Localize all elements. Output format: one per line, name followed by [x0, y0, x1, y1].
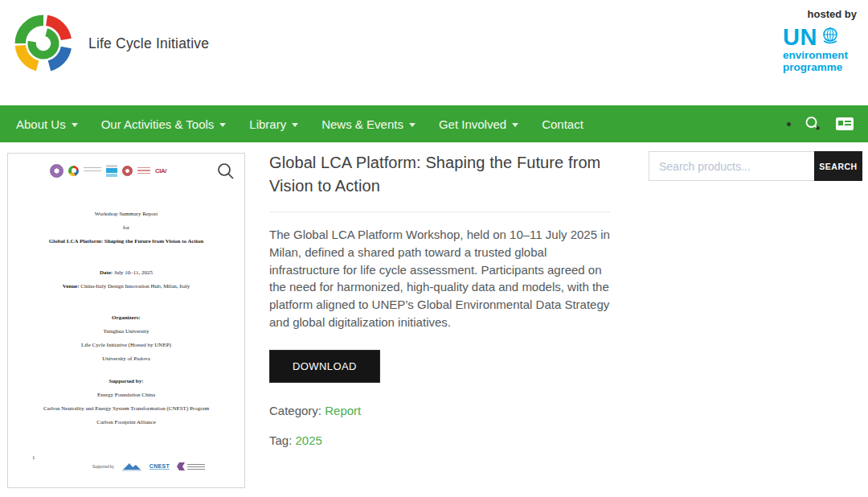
report-cover-preview[interactable]: C​IA/ Workshop Summary Report for Global…	[7, 153, 245, 488]
energy-foundation-china-logo-icon	[121, 462, 142, 471]
report-page-number: 1	[32, 454, 35, 461]
partner-wordmark-icon: C​IA/	[155, 167, 166, 175]
product-search: SEARCH	[649, 151, 862, 181]
tag-link[interactable]: 2025	[296, 433, 322, 447]
chevron-down-icon	[219, 123, 226, 127]
product-description: The Global LCA Platform Workshop, held o…	[269, 226, 610, 331]
report-cover-text: Workshop Summary Report for Global LCA P…	[18, 211, 235, 433]
report-main-title: Global LCA Platform: Shaping the Future …	[18, 238, 235, 244]
report-organizer: University of Padova	[18, 355, 235, 362]
report-supporter: Energy Foundation China	[18, 392, 235, 398]
title-divider	[269, 212, 610, 212]
un-wordmark: UN	[783, 26, 817, 49]
report-title-line: Workshop Summary Report	[18, 211, 235, 217]
lci-swirl-icon	[10, 14, 77, 73]
tsinghua-seal-icon	[50, 164, 63, 178]
search-products-input[interactable]	[649, 151, 814, 181]
nav-item-library[interactable]: Library	[249, 117, 298, 131]
cnest-logo: CNEST	[149, 463, 170, 470]
report-supporter: Carbon Footprint Alliance	[18, 419, 235, 425]
hosted-by-label: hosted by	[783, 8, 857, 20]
chevron-down-icon	[409, 123, 416, 127]
tag-label: Tag:	[269, 433, 292, 447]
report-header-logos: C​IA/	[50, 162, 166, 179]
nav-icons	[787, 114, 868, 133]
nav-item-news-events[interactable]: News & Events	[321, 117, 416, 131]
main-navigation: About Us Our Activities & Tools Library …	[0, 105, 868, 142]
report-supporter: Carbon Neutrality and Energy System Tran…	[18, 405, 235, 412]
un-programme-label: programme	[783, 61, 857, 73]
nav-label: Library	[249, 117, 286, 131]
nav-item-activities-tools[interactable]: Our Activities & Tools	[101, 117, 227, 131]
nav-label: About Us	[16, 117, 66, 131]
nav-label: News & Events	[321, 117, 403, 131]
tag-line: Tag: 2025	[269, 433, 610, 447]
chevron-down-icon	[512, 123, 518, 127]
nav-item-about-us[interactable]: About Us	[16, 117, 78, 131]
lci-mini-logo-icon	[68, 166, 79, 176]
report-organizers-label: Organizers:	[18, 314, 235, 321]
chevron-down-icon	[72, 123, 78, 127]
un-mini-logo-icon	[106, 165, 117, 177]
report-footer-logos: Supported by CNEST	[92, 462, 205, 471]
life-cycle-initiative-logo[interactable]	[10, 14, 77, 73]
nav-label: Our Activities & Tools	[101, 117, 215, 131]
nav-label: Contact	[542, 117, 583, 131]
report-organizer: Life Cycle Initiative (Hosted by UNEP)	[18, 342, 235, 348]
report-date-line: Date: July 10–11, 2025	[18, 269, 235, 276]
nav-item-contact[interactable]: Contact	[542, 117, 583, 131]
search-icon[interactable]	[803, 114, 822, 133]
page: Life Cycle Initiative hosted by UN envir…	[0, 0, 868, 497]
partner-mini-logo-icon	[137, 167, 150, 175]
un-environment-label: environment	[783, 49, 857, 61]
search-submit-button[interactable]: SEARCH	[814, 151, 862, 181]
page-title: Global LCA Platform: Shaping the Future …	[269, 151, 610, 198]
download-button[interactable]: DOWNLOAD	[269, 350, 380, 383]
report-for-line: for	[18, 224, 235, 231]
site-header: Life Cycle Initiative hosted by UN envir…	[0, 0, 868, 105]
carbon-footprint-alliance-logo-icon	[177, 462, 205, 470]
magnifier-icon[interactable]	[216, 162, 235, 181]
un-emblem-icon	[821, 26, 840, 45]
report-venue-line: Venue: China-Italy Design Innovation Hub…	[18, 283, 235, 290]
nav-list: About Us Our Activities & Tools Library …	[0, 117, 583, 131]
report-organizer: Tsinghua University	[18, 328, 235, 335]
lci-mini-wordmark	[84, 167, 101, 174]
product-main: Global LCA Platform: Shaping the Future …	[269, 151, 610, 447]
nav-item-get-involved[interactable]: Get Involved	[439, 117, 518, 131]
report-supported-label: Supported by:	[18, 378, 235, 384]
un-environment-logo[interactable]: hosted by UN environment programme	[783, 8, 857, 73]
nav-label: Get Involved	[439, 117, 506, 131]
dot-icon	[787, 122, 791, 126]
category-label: Category:	[269, 404, 321, 417]
category-link[interactable]: Report	[325, 404, 361, 417]
brand-name: Life Cycle Initiative	[88, 35, 209, 52]
padova-seal-icon	[122, 166, 133, 176]
contact-card-icon[interactable]	[834, 115, 855, 133]
category-line: Category: Report	[269, 404, 610, 417]
footer-supported-by-label: Supported by	[92, 465, 114, 469]
chevron-down-icon	[292, 123, 298, 127]
